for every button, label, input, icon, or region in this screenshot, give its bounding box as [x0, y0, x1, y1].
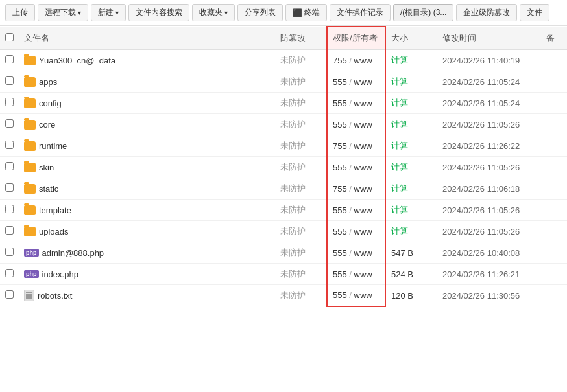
- row-checkbox[interactable]: [5, 248, 14, 256]
- row-owner-text: www: [354, 120, 372, 130]
- row-filename[interactable]: index.php: [42, 270, 78, 279]
- row-perm-cell[interactable]: 555 / www: [327, 93, 385, 114]
- row-perm-text: 555: [333, 290, 347, 300]
- row-size-text[interactable]: 计算: [391, 76, 408, 86]
- row-size-text[interactable]: 计算: [391, 119, 408, 129]
- row-checkbox[interactable]: [5, 183, 14, 192]
- row-size-cell: 547 B: [385, 242, 437, 264]
- row-size-text[interactable]: 计算: [391, 55, 408, 65]
- row-perm-cell[interactable]: 555 / www: [327, 264, 385, 285]
- select-all-checkbox[interactable]: [5, 33, 14, 41]
- toolbar-btn-file-ops[interactable]: 文件操作记录: [330, 4, 391, 21]
- row-protect-text: 未防护: [280, 183, 306, 193]
- row-perm-sep: /: [347, 163, 354, 172]
- row-filename[interactable]: runtime: [39, 141, 67, 151]
- terminal-icon: ⬛: [293, 8, 302, 17]
- toolbar-btn-tamper[interactable]: 企业级防篡改: [456, 4, 517, 21]
- toolbar-btn-path[interactable]: /(根目录) (3...: [393, 4, 453, 21]
- row-perm-cell[interactable]: 555 / www: [327, 221, 385, 242]
- row-perm-text: 555: [333, 163, 347, 172]
- row-filename[interactable]: template: [39, 205, 71, 215]
- row-size-cell[interactable]: 计算: [385, 71, 437, 93]
- row-size-cell[interactable]: 计算: [385, 200, 437, 221]
- toolbar-btn-favorites[interactable]: 收藏夹 ▾: [192, 4, 235, 21]
- row-size-cell[interactable]: 计算: [385, 114, 437, 135]
- row-perm-sep: /: [347, 205, 354, 215]
- row-perm-cell[interactable]: 755 / www: [327, 50, 385, 71]
- toolbar-btn-remote-download[interactable]: 远程下载 ▾: [38, 4, 88, 21]
- row-size-text[interactable]: 计算: [391, 141, 408, 150]
- header-checkbox-cell: [0, 27, 19, 50]
- toolbar-btn-terminal[interactable]: ⬛ 终端: [285, 4, 327, 21]
- row-filename[interactable]: config: [39, 98, 62, 108]
- row-perm-cell[interactable]: 755 / www: [327, 178, 385, 200]
- row-size-text[interactable]: 计算: [391, 162, 408, 172]
- row-remark-cell: [541, 200, 567, 221]
- row-filename[interactable]: skin: [39, 163, 54, 172]
- row-size-text[interactable]: 计算: [391, 98, 408, 108]
- row-size-cell[interactable]: 计算: [385, 221, 437, 242]
- row-size-cell[interactable]: 计算: [385, 157, 437, 178]
- row-perm-cell[interactable]: 555 / www: [327, 200, 385, 221]
- row-owner-text: www: [354, 290, 372, 300]
- row-filename[interactable]: Yuan300_cn@_data: [39, 56, 115, 65]
- row-filename[interactable]: core: [39, 120, 55, 130]
- row-checkbox[interactable]: [5, 98, 14, 106]
- row-filename[interactable]: robots.txt: [38, 291, 72, 301]
- row-protect-cell: 未防护: [275, 242, 327, 264]
- row-checkbox[interactable]: [5, 55, 14, 63]
- row-perm-cell[interactable]: 555 / www: [327, 242, 385, 264]
- row-size-text[interactable]: 计算: [391, 183, 408, 193]
- toolbar-btn-share-list[interactable]: 分享列表: [237, 4, 283, 21]
- toolbar-btn-new[interactable]: 新建 ▾: [91, 4, 126, 21]
- row-filename[interactable]: admin@888.php: [42, 248, 104, 258]
- row-checkbox[interactable]: [5, 76, 14, 85]
- row-protect-cell: 未防护: [275, 114, 327, 135]
- row-owner-text: www: [354, 77, 372, 87]
- row-size-text[interactable]: 计算: [391, 205, 408, 214]
- row-perm-cell[interactable]: 555 / www: [327, 114, 385, 135]
- row-checkbox[interactable]: [5, 162, 14, 170]
- row-name-cell: uploads: [19, 221, 275, 242]
- table-row: phpadmin@888.php未防护555 / www547 B2024/02…: [0, 242, 567, 264]
- row-remark-cell: [541, 242, 567, 264]
- row-time-cell: 2024/02/26 11:05:26: [437, 157, 541, 178]
- row-perm-cell[interactable]: 555 / www: [327, 71, 385, 93]
- row-checkbox[interactable]: [5, 269, 14, 277]
- row-checkbox-cell: [0, 178, 19, 200]
- folder-icon: [24, 184, 36, 194]
- row-checkbox-cell: [0, 285, 19, 306]
- toolbar-btn-upload[interactable]: 上传: [5, 4, 35, 21]
- table-row: uploads未防护555 / www计算2024/02/26 11:05:26: [0, 221, 567, 242]
- row-protect-text: 未防护: [280, 119, 306, 129]
- row-filename[interactable]: uploads: [39, 227, 69, 236]
- folder-icon: [24, 56, 36, 65]
- row-filename[interactable]: static: [39, 184, 58, 194]
- row-perm-cell[interactable]: 755 / www: [327, 135, 385, 157]
- row-checkbox[interactable]: [5, 141, 14, 149]
- row-time-cell: 2024/02/26 11:05:24: [437, 93, 541, 114]
- row-perm-cell[interactable]: 555 / www: [327, 157, 385, 178]
- row-size-cell[interactable]: 计算: [385, 178, 437, 200]
- row-checkbox[interactable]: [5, 119, 14, 128]
- row-checkbox[interactable]: [5, 205, 14, 213]
- header-protect: 防篡改: [275, 27, 327, 50]
- row-checkbox[interactable]: [5, 290, 14, 299]
- row-perm-text: 555: [333, 248, 347, 258]
- row-time-cell: 2024/02/26 10:40:08: [437, 242, 541, 264]
- row-time-cell: 2024/02/26 11:30:56: [437, 285, 541, 306]
- row-time-cell: 2024/02/26 11:06:18: [437, 178, 541, 200]
- row-filename[interactable]: apps: [39, 77, 57, 87]
- toolbar-btn-file-extra[interactable]: 文件: [520, 4, 549, 21]
- row-size-text[interactable]: 计算: [391, 226, 408, 236]
- row-perm-text: 755: [333, 56, 347, 65]
- row-owner-text: www: [354, 205, 372, 215]
- row-size-cell[interactable]: 计算: [385, 135, 437, 157]
- toolbar-btn-file-search[interactable]: 文件内容搜索: [128, 4, 189, 21]
- row-protect-cell: 未防护: [275, 71, 327, 93]
- row-checkbox[interactable]: [5, 226, 14, 235]
- row-perm-cell[interactable]: 555 / www: [327, 285, 385, 306]
- row-size-cell[interactable]: 计算: [385, 93, 437, 114]
- row-owner-text: www: [354, 248, 372, 258]
- row-size-cell[interactable]: 计算: [385, 50, 437, 71]
